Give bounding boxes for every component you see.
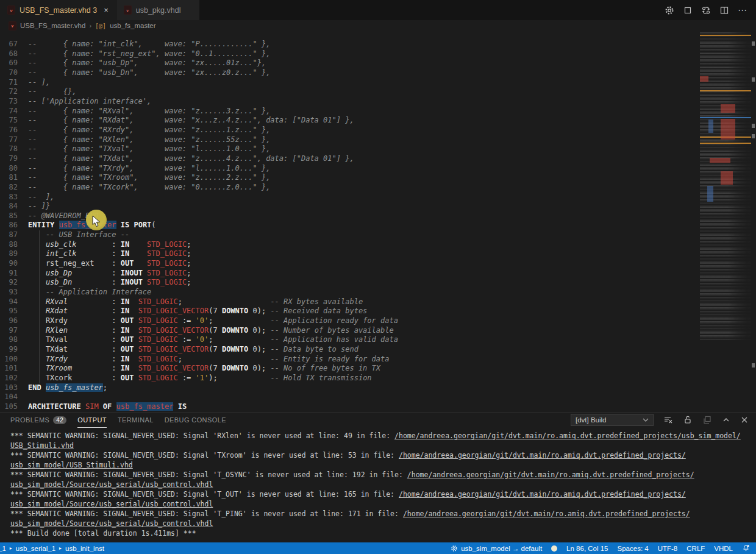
panel-tab-terminal[interactable]: TERMINAL	[118, 413, 154, 428]
build-config-item[interactable]: usb_sim_model → default	[451, 545, 542, 552]
run-square-icon[interactable]	[683, 5, 693, 15]
clear-output-icon[interactable]	[663, 415, 673, 425]
breadcrumb-symbol[interactable]: usb_fs_master	[110, 22, 155, 29]
line-col-indicator[interactable]: Ln 86, Col 15	[566, 545, 608, 552]
editor-actions: ⋯	[665, 0, 756, 20]
code-line[interactable]: 98 TXval : OUT STD_LOGIC := '0'; -- Appl…	[0, 335, 756, 345]
line-number: 95	[0, 307, 28, 316]
minimap[interactable]	[700, 32, 751, 340]
code-line[interactable]: 82-- { name: "TXcork", wave: "0......z.0…	[0, 183, 756, 193]
indentation-indicator[interactable]: Spaces: 4	[618, 545, 649, 552]
code-line[interactable]: 86ENTITY usb_fs_master IS PORT(	[0, 221, 756, 230]
line-number: 93	[0, 288, 28, 297]
line-number: 76	[0, 126, 28, 135]
code-line[interactable]: 83-- ],	[0, 193, 756, 202]
open-changes-icon[interactable]	[701, 5, 711, 15]
code-line[interactable]: 85-- @WAVEDROM_END	[0, 211, 756, 221]
code-line[interactable]: 102 TXcork : OUT STD_LOGIC := '1'); -- H…	[0, 374, 756, 383]
panel-tab-problems[interactable]: PROBLEMS 42	[10, 413, 66, 428]
entity-symbol-icon: [@]	[95, 23, 106, 29]
code-line[interactable]: 71-- ],	[0, 78, 756, 88]
panel-tab-debug-console[interactable]: DEBUG CONSOLE	[165, 413, 226, 428]
build-status-dot	[551, 545, 557, 552]
code-line[interactable]: 87 -- USB Interface --	[0, 230, 756, 240]
line-number: 98	[0, 335, 28, 345]
file-path-link[interactable]: /home/andreea.georgian/git/dvt.main/ro.a…	[407, 471, 694, 479]
code-editor[interactable]: 67-- { name: "int_clk", wave: "P........…	[0, 31, 756, 412]
code-line[interactable]: 92 usb_Dn : INOUT STD_LOGIC;	[0, 278, 756, 288]
minimap-token	[721, 171, 733, 185]
more-actions-icon[interactable]: ⋯	[738, 5, 747, 16]
code-line[interactable]: 101 TXroom : IN STD_LOGIC_VECTOR(7 DOWNT…	[0, 364, 756, 374]
code-line[interactable]: 93 -- Application Interface	[0, 288, 756, 297]
line-number: 83	[0, 193, 28, 202]
close-panel-icon[interactable]	[740, 416, 749, 424]
code-line[interactable]: 72-- {},	[0, 87, 756, 97]
code-line[interactable]: 105ARCHITECTURE SIM OF usb_fs_master IS	[0, 402, 756, 412]
maximize-panel-icon[interactable]	[722, 416, 730, 424]
language-indicator[interactable]: VHDL	[714, 545, 733, 552]
code-line[interactable]: 81-- { name: "TXroom", wave: "z......2.z…	[0, 173, 756, 183]
code-line[interactable]: 99 TXdat : OUT STD_LOGIC_VECTOR(7 DOWNTO…	[0, 345, 756, 355]
output-channel-select[interactable]: [dvt] Build	[571, 414, 654, 426]
code-line[interactable]: 69-- { name: "usb_Dp", wave: "zx.....01z…	[0, 59, 756, 68]
line-number: 81	[0, 173, 28, 183]
open-output-in-editor-icon[interactable]	[702, 415, 712, 425]
code-line[interactable]: 90 rst_neg_ext : OUT STD_LOGIC;	[0, 259, 756, 269]
file-path-link[interactable]: /home/andreea.georgian/git/dvt.main/ro.a…	[403, 510, 690, 518]
minimap-token	[710, 158, 730, 163]
code-line[interactable]: 95 RXdat : IN STD_LOGIC_VECTOR(7 DOWNTO …	[0, 307, 756, 316]
code-line[interactable]: 91 usb_Dp : INOUT STD_LOGIC;	[0, 269, 756, 279]
code-line[interactable]: 97 RXlen : IN STD_LOGIC_VECTOR(7 DOWNTO …	[0, 326, 756, 336]
file-path-link[interactable]: /home/andreea.georgian/git/dvt.main/ro.a…	[399, 490, 686, 499]
code-line[interactable]: 75-- { name: "RXdat", wave: "x...z..4.z.…	[0, 116, 756, 126]
code-line[interactable]: 74-- { name: "RXval", wave: "z......3.z.…	[0, 107, 756, 116]
line-number: 84	[0, 202, 28, 211]
file-path-link[interactable]: usb_sim_model/Source/usb_serial/usb_cont…	[10, 480, 213, 489]
file-path-link[interactable]: usb_sim_model/Source/usb_serial/usb_cont…	[10, 500, 213, 508]
code-line[interactable]: 104	[0, 392, 756, 402]
code-line[interactable]: 70-- { name: "usb_Dn", wave: "zx....z0.z…	[0, 68, 756, 78]
tab-usb-pkg[interactable]: v usb_pkg.vhdl	[116, 0, 201, 20]
code-line[interactable]: 68-- { name: "rst_neg_ext", wave: "0..1.…	[0, 49, 756, 59]
notifications-bell-icon[interactable]	[742, 544, 750, 552]
file-path-link[interactable]: usb_sim_model/Source/usb_serial/usb_cont…	[10, 519, 213, 528]
output-row: *** SEMANTIC WARNING: SIGNAL_NEVER_USED:…	[10, 509, 756, 519]
breadcrumb-file[interactable]: USB_FS_master.vhd	[20, 22, 85, 29]
code-line[interactable]: 79-- { name: "TXdat", wave: "z......4.z.…	[0, 154, 756, 164]
file-path-link[interactable]: usb_sim_model/USB_Stimuli.vhd	[10, 461, 133, 469]
overview-ruler[interactable]	[751, 31, 756, 412]
code-line[interactable]: 80-- { name: "TXrdy", wave: "l......1.0.…	[0, 164, 756, 174]
settings-gear-icon[interactable]	[665, 5, 674, 15]
vhdl-file-icon: v	[7, 5, 15, 15]
status-scope-breadcrumb[interactable]: _1 ▸ usb_serial_1 ▸ usb_init_inst	[0, 545, 104, 552]
ruler-mark	[752, 77, 755, 82]
code-line[interactable]: 89 int_clk : IN STD_LOGIC;	[0, 249, 756, 259]
encoding-indicator[interactable]: UTF-8	[658, 545, 678, 552]
code-line[interactable]: 103END usb_fs_master;	[0, 383, 756, 393]
file-path-link[interactable]: USB_Stimuli.vhd	[10, 441, 74, 450]
status-right-items: usb_sim_model → default Ln 86, Col 15 Sp…	[451, 544, 756, 552]
code-line[interactable]: 77-- { name: "RXlen", wave: "z......55z.…	[0, 135, 756, 145]
code-line[interactable]: 94 RXval : IN STD_LOGIC; -- RX bytes ava…	[0, 297, 756, 307]
unlock-scroll-icon[interactable]	[683, 415, 693, 425]
code-line[interactable]: 76-- { name: "RXrdy", wave: "z......1.z.…	[0, 126, 756, 135]
code-line[interactable]: 84-- ]}	[0, 202, 756, 211]
code-line[interactable]: 73-- ['Application interface',	[0, 97, 756, 107]
eol-indicator[interactable]: CRLF	[686, 545, 705, 552]
output-row: usb_sim_model/Source/usb_serial/usb_cont…	[10, 519, 756, 528]
code-line[interactable]: 67-- { name: "int_clk", wave: "P........…	[0, 40, 756, 49]
code-line[interactable]: 96 RXrdy : OUT STD_LOGIC := '0'; -- Appl…	[0, 316, 756, 326]
output-row: *** SEMANTIC WARNING: SIGNAL_NEVER_USED:…	[10, 470, 756, 480]
minimap-token	[700, 76, 708, 82]
code-line[interactable]: 100 TXrdy : IN STD_LOGIC; -- Entity is r…	[0, 355, 756, 364]
panel-tab-output[interactable]: OUTPUT	[77, 413, 107, 428]
close-tab-icon[interactable]: ×	[104, 5, 109, 15]
file-path-link[interactable]: /home/andreea.georgian/git/dvt.main/ro.a…	[394, 431, 741, 440]
tab-usb-fs-master[interactable]: v USB_FS_master.vhd 3 ×	[0, 0, 116, 20]
file-path-link[interactable]: /home/andreea.georgian/git/dvt.main/ro.a…	[399, 451, 686, 460]
code-line[interactable]: 78-- { name: "TXval", wave: "l......1.0.…	[0, 144, 756, 154]
split-editor-icon[interactable]	[719, 5, 729, 15]
vhdl-file-icon: v	[9, 21, 16, 30]
code-line[interactable]: 88 usb_clk : IN STD_LOGIC;	[0, 240, 756, 250]
